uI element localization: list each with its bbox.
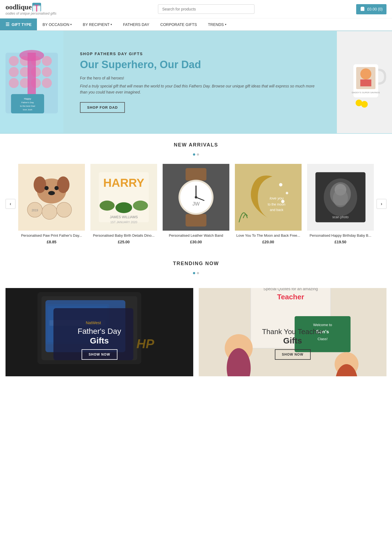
carousel-prev-button[interactable]: ‹ xyxy=(6,199,15,209)
svg-text:HARRY: HARRY xyxy=(103,176,144,189)
cart-area: £0.00 (0) xyxy=(356,4,386,14)
product-card[interactable]: 2019 Personalised Paw Print Father's Day… xyxy=(15,161,88,247)
shop-for-dad-button[interactable]: SHOP FOR DAD xyxy=(80,102,125,113)
new-arrivals-section: NEW ARRIVALS ‹ xyxy=(0,134,392,255)
logo[interactable]: oodlique oodles of unique personalised g… xyxy=(6,3,57,15)
product-card[interactable]: JW Personalised Leather Watch Band £30.0… xyxy=(160,161,232,247)
hero-subtitle: SHOP FATHERS DAY GIFTS xyxy=(80,52,320,56)
svg-point-35 xyxy=(34,176,46,193)
hero-title: Our Superhero, Our Dad xyxy=(80,59,320,71)
svg-point-9 xyxy=(42,56,52,66)
nav-gift-type[interactable]: ☰ GIFT TYPE xyxy=(0,18,37,30)
product-image: love you to the moon and back xyxy=(235,164,302,231)
trending-dot-2 xyxy=(197,272,199,274)
cart-button[interactable]: £0.00 (0) xyxy=(356,4,386,14)
nav-by-occasion[interactable]: BY OCCASION ▾ xyxy=(37,18,77,30)
logo-gift-icon xyxy=(32,3,41,12)
svg-text:JAMES WILLIAMS: JAMES WILLIAMS xyxy=(110,215,138,219)
product-card[interactable]: scan photo Personalised Happy Birthday B… xyxy=(304,161,377,247)
header: oodlique oodles of unique personalised g… xyxy=(0,0,392,18)
trending-title: TRENDING NOW xyxy=(6,261,386,266)
teacher-banner: Special Quotes for an amazing Teacher We… xyxy=(199,288,386,376)
teacher-banner-overlay: Thank You Teacher Gifts SHOW NOW xyxy=(199,327,386,360)
product-name: Personalised Happy Birthday Baby B... xyxy=(307,233,374,238)
logo-text-ood: oodlique xyxy=(6,3,32,11)
hero-tagline: For the hero of all heroes! xyxy=(80,75,320,81)
svg-point-62 xyxy=(279,183,282,186)
svg-text:scan photo: scan photo xyxy=(332,215,348,219)
product-name: Love You To The Moon and Back Free... xyxy=(235,233,302,238)
hero-content: SHOP FATHERS DAY GIFTS Our Superhero, Ou… xyxy=(63,41,337,124)
product-price: £19.50 xyxy=(307,240,374,244)
svg-point-10 xyxy=(9,67,19,77)
svg-point-39 xyxy=(48,191,55,195)
svg-text:1ST JANUARY 2020: 1ST JANUARY 2020 xyxy=(110,220,137,224)
svg-point-37 xyxy=(44,186,49,190)
banner-title-line2: Gifts xyxy=(6,336,193,345)
teacher-show-now-button[interactable]: SHOW NOW xyxy=(275,349,311,360)
svg-rect-2 xyxy=(36,6,37,12)
svg-point-47 xyxy=(100,201,114,210)
svg-point-28 xyxy=(360,68,371,79)
product-card[interactable]: love you to the moon and back Love You T… xyxy=(232,161,304,247)
trending-dots xyxy=(6,272,386,274)
svg-text:Special Quotes for an amazing: Special Quotes for an amazing xyxy=(263,288,318,291)
svg-point-48 xyxy=(116,202,132,213)
fathers-day-banner: VISA NatWest HP Father's Day Gifts SHOW … xyxy=(6,288,193,376)
svg-rect-61 xyxy=(235,164,302,231)
svg-point-38 xyxy=(55,186,59,190)
svg-rect-29 xyxy=(360,79,371,86)
hero-banner: Happy Father's Day to the best Dad love … xyxy=(0,31,392,134)
carousel-next-button[interactable]: › xyxy=(377,199,386,209)
nav-trends[interactable]: TRENDS ▾ xyxy=(202,18,232,30)
search-input[interactable] xyxy=(158,4,254,14)
chevron-down-icon: ▾ xyxy=(225,23,226,26)
hamburger-icon: ☰ xyxy=(6,22,9,27)
svg-text:2019: 2019 xyxy=(32,209,38,212)
svg-text:love Josh: love Josh xyxy=(23,108,32,111)
svg-point-36 xyxy=(57,176,69,193)
product-image: 2019 xyxy=(18,164,85,231)
svg-point-63 xyxy=(286,192,288,194)
svg-text:and back: and back xyxy=(270,208,284,212)
new-arrivals-title: NEW ARRIVALS xyxy=(6,142,386,148)
product-image: HARRY JAMES WILLIAMS 1ST JANUARY 2020 xyxy=(90,164,157,231)
nav-fathers-day-label: FATHERS DAY xyxy=(123,22,149,27)
product-price: £8.85 xyxy=(18,240,85,244)
dot-2 xyxy=(197,153,199,156)
svg-text:to the moon: to the moon xyxy=(268,202,285,206)
svg-text:Happy: Happy xyxy=(24,97,31,100)
hero-right-image: DADDY'S SUPER SAVINGS xyxy=(337,31,392,133)
section-dots xyxy=(6,153,386,156)
product-name: Personalised Paw Print Father's Day... xyxy=(18,233,85,238)
svg-point-14 xyxy=(9,78,19,88)
nav-fathers-day[interactable]: FATHERS DAY xyxy=(117,18,155,30)
svg-text:Teacher: Teacher xyxy=(277,293,304,301)
svg-text:Welcome to: Welcome to xyxy=(313,323,332,327)
product-price: £20.00 xyxy=(235,240,302,244)
svg-text:Father's Day: Father's Day xyxy=(21,101,34,104)
fathers-day-banner-overlay: Father's Day Gifts SHOW NOW xyxy=(6,327,193,360)
svg-text:JW: JW xyxy=(192,201,200,207)
cart-icon xyxy=(360,6,365,12)
product-card[interactable]: HARRY JAMES WILLIAMS 1ST JANUARY 2020 Pe… xyxy=(88,161,160,247)
nav-corporate-gifts[interactable]: CORPORATE GIFTS xyxy=(155,18,203,30)
svg-point-42 xyxy=(57,202,71,217)
chevron-down-icon: ▾ xyxy=(111,23,112,26)
svg-text:to the best Dad: to the best Dad xyxy=(20,105,35,107)
main-nav: ☰ GIFT TYPE BY OCCASION ▾ BY RECIPIENT ▾… xyxy=(0,18,392,31)
svg-text:love you: love you xyxy=(270,196,284,200)
svg-point-19 xyxy=(19,50,44,61)
search-area xyxy=(62,4,351,14)
products-row: ‹ xyxy=(6,161,386,247)
svg-point-49 xyxy=(133,201,148,210)
hero-left-image: Happy Father's Day to the best Dad love … xyxy=(0,31,63,134)
nav-by-recipient[interactable]: BY RECIPIENT ▾ xyxy=(77,18,117,30)
banner-title-teacher-line2: Gifts xyxy=(199,336,386,345)
nav-by-recipient-label: BY RECIPIENT xyxy=(83,22,109,27)
product-name: Personalised Baby Birth Details Dino... xyxy=(90,233,157,238)
svg-point-31 xyxy=(356,100,362,106)
fathers-day-show-now-button[interactable]: SHOW NOW xyxy=(82,349,117,360)
products-grid: 2019 Personalised Paw Print Father's Day… xyxy=(15,161,377,247)
product-price: £30.00 xyxy=(163,240,229,244)
